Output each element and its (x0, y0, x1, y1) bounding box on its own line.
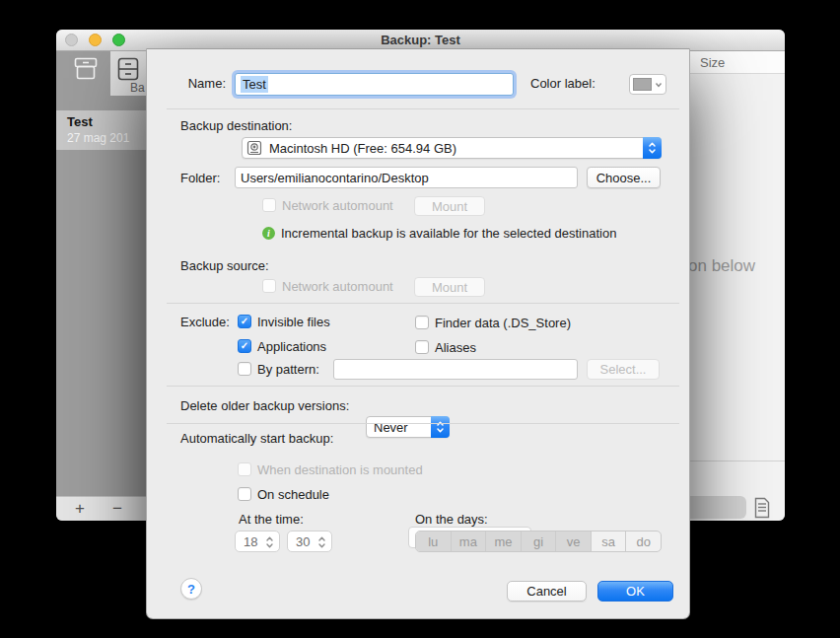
check-icon: ✓ (241, 341, 248, 351)
log-document-icon[interactable] (752, 497, 772, 519)
window-title: Backup: Test (56, 33, 785, 47)
sidebar-item-name: Test (67, 114, 93, 129)
sidebar-bottom-bar: + − (56, 496, 146, 521)
backup-settings-sheet: Name: Test Color label: Backup destinati… (146, 48, 690, 619)
source-network-automount-label: Network automount (282, 279, 393, 295)
info-text: Incremental backup is available for the … (281, 226, 616, 242)
finder-data-checkbox[interactable] (415, 316, 429, 329)
on-schedule-label: On schedule (257, 487, 329, 503)
folder-input[interactable]: Users/emilianocontarino/Desktop (235, 167, 578, 188)
invisible-files-checkbox[interactable]: ✓ (238, 315, 251, 328)
ok-button[interactable]: OK (597, 581, 673, 602)
separator (167, 108, 679, 109)
name-label: Name: (176, 76, 226, 92)
day-segment-sa[interactable]: sa (591, 532, 626, 551)
aliases-label: Aliases (435, 340, 476, 356)
stepper-arrows-icon (265, 535, 274, 549)
on-days-label: On the days: (415, 512, 488, 528)
on-schedule-checkbox[interactable] (238, 487, 251, 501)
auto-start-label: Automatically start backup: (180, 431, 333, 447)
exclude-label: Exclude: (180, 315, 230, 330)
minute-stepper[interactable]: 30 (287, 531, 332, 552)
when-mounted-checkbox[interactable] (238, 462, 251, 476)
sidebar-item-test[interactable]: Test 27 mag 201 (56, 110, 146, 150)
choose-button[interactable]: Choose... (587, 167, 661, 188)
archive-box-icon[interactable] (73, 55, 99, 83)
source-network-automount-checkbox[interactable] (262, 279, 276, 293)
dest-network-automount-label: Network automount (282, 198, 393, 214)
color-swatch (633, 78, 652, 91)
backup-destination-popup[interactable]: Macintosh HD (Free: 654.94 GB) (242, 137, 662, 159)
name-input-value: Test (241, 76, 268, 93)
dest-mount-button[interactable]: Mount (414, 196, 485, 216)
separator (167, 423, 679, 424)
name-input[interactable]: Test (235, 73, 514, 96)
hour-value: 18 (244, 534, 257, 549)
minute-value: 30 (296, 534, 310, 549)
day-segment-lu[interactable]: lu (416, 532, 451, 551)
by-pattern-label: By pattern: (257, 362, 319, 378)
disk-icon (246, 140, 262, 156)
chevron-down-icon (654, 81, 664, 89)
folder-input-value: Users/emilianocontarino/Desktop (241, 171, 429, 185)
backup-destination-value: Macintosh HD (Free: 654.94 GB) (269, 141, 456, 156)
aliases-checkbox[interactable] (415, 340, 429, 354)
separator (167, 386, 679, 387)
backup-destination-label: Backup destination: (180, 118, 292, 134)
separator (167, 303, 679, 304)
delete-older-label: Delete older backup versions: (180, 398, 349, 414)
size-column-header[interactable]: Size (700, 55, 725, 70)
day-segment-me[interactable]: me (485, 532, 521, 551)
color-label-dropdown[interactable] (629, 74, 666, 95)
add-backup-button[interactable]: + (75, 499, 85, 519)
at-time-label: At the time: (239, 512, 304, 528)
source-mount-button[interactable]: Mount (414, 277, 485, 297)
toolbar-backups-label: Ba (130, 81, 145, 95)
applications-checkbox[interactable]: ✓ (238, 339, 251, 353)
by-pattern-input[interactable] (333, 359, 578, 380)
popup-arrows-icon (643, 137, 662, 159)
folder-label: Folder: (180, 171, 220, 186)
backup-source-label: Backup source: (180, 258, 269, 274)
bottom-panel-divider (678, 461, 785, 461)
remove-backup-button[interactable]: − (112, 499, 122, 519)
delete-older-popup[interactable]: Never (366, 416, 450, 438)
popup-arrows-icon (431, 416, 450, 438)
delete-older-value: Never (374, 420, 408, 435)
cancel-button[interactable]: Cancel (507, 581, 587, 602)
applications-label: Applications (257, 339, 326, 355)
sidebar-item-date: 27 mag 201 (67, 131, 129, 145)
invisible-files-label: Invisible files (257, 315, 330, 330)
select-button[interactable]: Select... (587, 359, 660, 380)
by-pattern-checkbox[interactable] (238, 362, 251, 376)
day-segment-gi[interactable]: gi (521, 532, 556, 551)
hour-stepper[interactable]: 18 (235, 531, 280, 552)
check-icon: ✓ (241, 317, 248, 326)
help-button[interactable]: ? (180, 578, 202, 600)
days-segmented-control: lu ma me gi ve sa do (415, 531, 662, 552)
day-segment-ma[interactable]: ma (451, 532, 486, 551)
empty-list-placeholder: on below (688, 256, 755, 276)
color-label: Color label: (530, 76, 595, 92)
info-icon: i (262, 227, 275, 240)
day-segment-ve[interactable]: ve (555, 532, 591, 551)
stepper-arrows-icon (317, 535, 326, 549)
dest-network-automount-checkbox[interactable] (262, 198, 276, 212)
day-segment-do[interactable]: do (625, 532, 661, 551)
when-mounted-label: When destination is mounted (257, 462, 423, 478)
finder-data-label: Finder data (.DS_Store) (435, 316, 571, 331)
drawer-stack-icon[interactable] (115, 56, 141, 83)
